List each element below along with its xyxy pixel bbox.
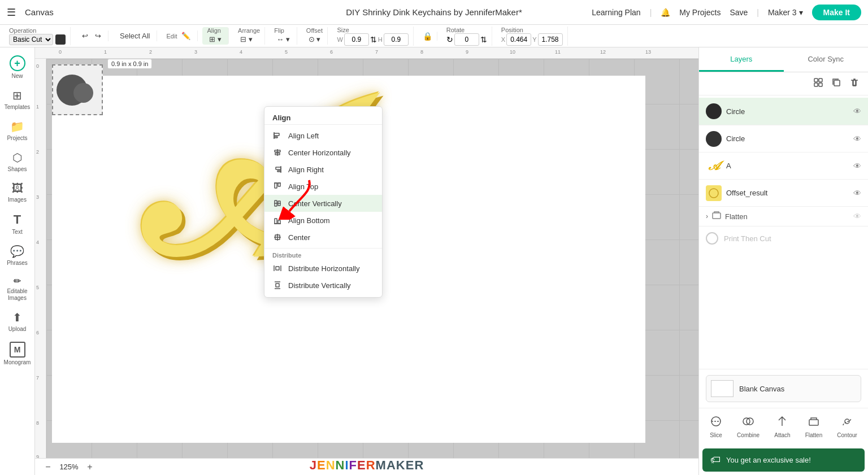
sidebar-item-templates[interactable]: ⊞ Templates [2,85,33,114]
operation-select[interactable]: Basic Cut [9,34,53,45]
tab-layers[interactable]: Layers [699,47,784,72]
learning-plan-link[interactable]: Learning Plan [592,8,640,17]
canvas-content[interactable]: 0.9 in x 0.9 in 𝒜 Align Align Left [46,59,698,458]
combine-button[interactable]: Combine [734,413,763,441]
attach-button[interactable]: Attach [771,413,793,441]
layer-group-flatten: › Flatten 👁 [699,206,868,226]
layer-item-circle1[interactable]: Circle 👁 [699,98,868,125]
flatten-visibility-icon[interactable]: 👁 [853,212,861,221]
layer-item-circle2[interactable]: Circle 👁 [699,125,868,152]
position-y-input[interactable] [538,33,563,46]
center-v-icon [272,198,283,208]
size-w-input[interactable] [344,33,369,46]
ptc-circle-icon [706,232,718,245]
blank-canvas-label: Blank Canvas [739,385,784,393]
edit-button[interactable]: ✏️ [179,30,193,41]
watermark: JENNIFERMAKER [310,458,424,473]
arrange-button[interactable]: ⊟ ▾ [238,34,260,45]
circle1-visibility[interactable]: 👁 [853,107,861,116]
save-link[interactable]: Save [730,8,748,17]
sidebar-item-new[interactable]: + New [2,52,33,83]
offset-visibility[interactable]: 👁 [853,189,861,198]
position-label: Position [501,27,563,33]
sidebar-item-projects[interactable]: 📁 Projects [2,116,33,145]
tab-color-sync[interactable]: Color Sync [784,47,869,72]
maker-name: Maker 3 [768,8,797,17]
flatten-group-header[interactable]: › Flatten 👁 [699,207,868,226]
circle1-swatch [706,103,722,119]
align-bottom-item[interactable]: Align Bottom [264,212,382,229]
redo-button[interactable]: ↪ [93,30,103,41]
svg-rect-11 [278,183,280,186]
offset-label: Offset [306,27,323,34]
notification-icon[interactable]: 🔔 [661,8,670,17]
size-label: Size [337,27,408,33]
svg-rect-8 [277,171,281,172]
sidebar-item-phrases[interactable]: 💬 Phrases [2,241,33,270]
svg-rect-30 [814,83,818,86]
align-dropdown-header: Align [264,110,382,125]
center-h-label: Center Horizontally [288,149,351,157]
slice-button[interactable]: Slice [706,413,726,441]
right-panel: Layers Color Sync [698,47,868,475]
select-all-button[interactable]: Select All [118,30,152,41]
layer-item-offset[interactable]: Offset_result 👁 [699,179,868,206]
svg-rect-28 [814,79,818,82]
sidebar-item-editable-images[interactable]: ✏ Editable Images [2,272,33,305]
flip-button[interactable]: ↔ ▾ [274,34,292,45]
zoom-in-button[interactable]: + [84,461,96,473]
layer-item-a[interactable]: 𝒜 A 👁 [699,152,868,179]
a-visibility[interactable]: 👁 [853,162,861,171]
circle2-visibility[interactable]: 👁 [853,134,861,143]
offset-swatch [706,185,722,201]
panel-delete-button[interactable] [848,76,861,91]
sidebar-item-monogram[interactable]: M Monogram [2,338,33,369]
print-then-cut-row[interactable]: Print Then Cut [699,226,868,250]
offset-button[interactable]: ⊙ ▾ [306,34,323,45]
distribute-v-item[interactable]: Distribute Vertically [264,277,382,294]
ruler-mark: 5 [285,49,288,55]
size-h-input[interactable] [384,33,409,46]
ruler-mark: 9 [466,49,468,55]
svg-rect-7 [276,167,281,169]
panel-group-button[interactable] [811,76,825,91]
ptc-label: Print Then Cut [724,234,771,243]
svg-rect-2 [274,137,277,138]
sale-banner[interactable]: 🏷 You get an exclusive sale! [702,448,865,472]
center-vertically-item[interactable]: Center Vertically [264,195,382,212]
align-top-item[interactable]: Align Top [264,178,382,195]
sidebar-item-upload[interactable]: ⬆ Upload [2,307,33,336]
projects-icon: 📁 [10,120,24,133]
align-right-item[interactable]: Align Right [264,161,382,178]
position-x-input[interactable] [506,33,531,46]
phrases-label: Phrases [7,260,28,267]
undo-button[interactable]: ↩ [80,30,90,41]
monogram-icon: M [10,342,25,358]
align-button[interactable]: ⊞ ▾ [207,34,224,45]
ruler-left-mark: 1 [36,104,39,110]
panel-duplicate-button[interactable] [830,76,843,91]
ruler-mark: 11 [555,49,561,55]
zoom-out-button[interactable]: − [42,461,54,473]
flatten-button[interactable]: Flatten [802,413,826,441]
sidebar-item-images[interactable]: 🖼 Images [2,178,33,207]
canvas-area[interactable]: 0 1 2 3 4 5 6 7 8 9 10 11 12 13 0 1 2 [35,47,698,475]
rotate-input[interactable] [454,33,479,46]
distribute-h-item[interactable]: Distribute Horizontally [264,260,382,277]
center-item[interactable]: Center [264,229,382,246]
make-it-button[interactable]: Make It [812,5,861,20]
distribute-h-icon [272,263,283,273]
align-left-item[interactable]: Align Left [264,127,382,144]
center-horizontally-item[interactable]: Center Horizontally [264,144,382,161]
sidebar-item-shapes[interactable]: ⬡ Shapes [2,147,33,176]
blank-canvas-button[interactable]: Blank Canvas [706,375,861,402]
center-h-icon [272,147,283,158]
operation-label: Operation [9,27,36,34]
maker-selector[interactable]: Maker 3 ▾ [768,8,803,17]
my-projects-link[interactable]: My Projects [679,8,721,17]
sidebar-item-text[interactable]: T Text [2,209,33,239]
contour-button[interactable]: Contour [834,413,861,441]
upload-label: Upload [8,326,27,333]
hamburger-menu[interactable]: ☰ [7,6,16,19]
panel-bottom: Blank Canvas [699,369,868,408]
